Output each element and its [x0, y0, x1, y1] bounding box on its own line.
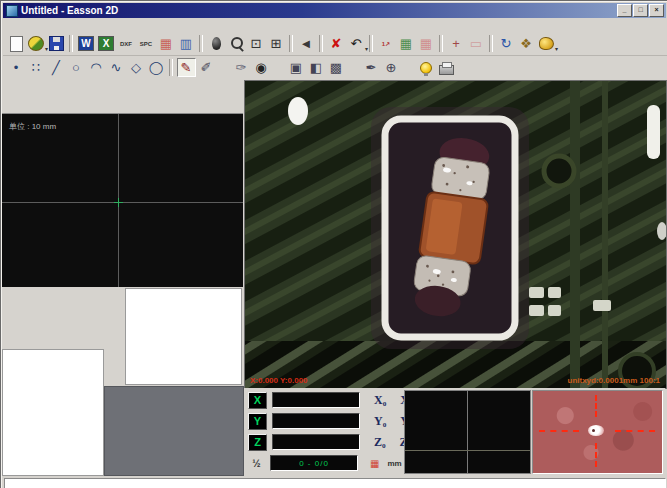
arc-tool[interactable]: ◠ [86, 58, 106, 78]
rotate-view-button[interactable]: ↻ [496, 34, 516, 54]
construct-tool[interactable] [55, 98, 72, 113]
camera-icon[interactable] [51, 288, 75, 308]
zoom-in-button[interactable] [226, 34, 246, 54]
construct-tool[interactable] [191, 82, 208, 97]
machine-setup-icon[interactable] [75, 288, 99, 308]
image-invert-button[interactable]: ◧ [306, 58, 326, 78]
axis-select-button[interactable]: Z [248, 434, 267, 451]
construct-tool[interactable] [157, 82, 174, 97]
axis-zero-button[interactable]: Y₀ [374, 414, 386, 429]
construct-tool[interactable] [174, 82, 191, 97]
cursor-mode-button[interactable] [206, 34, 226, 54]
half-function-button[interactable]: ½ [248, 456, 265, 471]
point-tool[interactable]: • [6, 58, 26, 78]
stage-overview-canvas[interactable] [404, 390, 531, 474]
measure-step-icon[interactable] [51, 308, 75, 328]
circle-tool[interactable]: ○ [66, 58, 86, 78]
construct-tool[interactable] [72, 98, 89, 113]
spline-tool[interactable]: ∿ [106, 58, 126, 78]
maximize-button[interactable]: □ [633, 4, 648, 17]
elements-list-panel[interactable] [2, 349, 104, 476]
grid-toggle-button[interactable]: ▦ [370, 458, 379, 469]
back-button[interactable]: ◄ [296, 34, 316, 54]
auto-number-button[interactable]: 1↗ [376, 34, 396, 54]
zoom-camera-canvas[interactable] [532, 390, 663, 474]
export-excel-button[interactable]: X [96, 34, 116, 54]
construct-tool[interactable] [174, 98, 191, 113]
export-word-button[interactable]: W [76, 34, 96, 54]
construct-tool[interactable] [4, 82, 21, 97]
marker-pen-tool[interactable]: ✑ [231, 58, 251, 78]
zoom-fit-button[interactable]: ⊡ [246, 34, 266, 54]
array-red-button[interactable]: ▦ [156, 34, 176, 54]
delta-tool-icon[interactable] [105, 364, 123, 383]
video-source-button[interactable]: ◉ [251, 58, 271, 78]
construct-tool[interactable] [38, 98, 55, 113]
delete-button[interactable]: ✘ [326, 34, 346, 54]
construct-tool[interactable] [21, 82, 38, 97]
construct-tool[interactable] [157, 98, 174, 113]
save-button[interactable] [46, 34, 66, 54]
probe-icon[interactable] [3, 328, 27, 348]
ellipse-tool[interactable]: ◯ [146, 58, 166, 78]
close-button[interactable]: × [649, 4, 664, 17]
construct-tool[interactable] [106, 98, 123, 113]
edge-pen-tool[interactable]: ✐ [196, 58, 216, 78]
grid-green-button[interactable]: ▦ [396, 34, 416, 54]
construct-tool[interactable] [55, 82, 72, 97]
export-spc-button[interactable]: SPC [136, 34, 156, 54]
construct-tool[interactable] [123, 98, 140, 113]
construct-tool[interactable] [89, 98, 106, 113]
camera-view-canvas[interactable]: X:0.000 Y:0.000 unitxyd:0.0001mm 100:1 [244, 80, 667, 389]
print-button[interactable] [436, 58, 456, 78]
construct-tool[interactable] [4, 98, 21, 113]
perpendicular-tool-icon[interactable] [105, 307, 123, 326]
stop-icon[interactable] [27, 308, 51, 328]
axis-select-button[interactable]: X [248, 392, 267, 409]
height-tool-icon[interactable] [105, 288, 123, 307]
undo-button[interactable]: ↶▾ [346, 34, 366, 54]
construct-tool[interactable] [208, 82, 225, 97]
run-program-icon[interactable] [3, 308, 27, 328]
unit-toggle-button[interactable]: mm [387, 459, 401, 468]
point-grid-tool[interactable]: ∷ [26, 58, 46, 78]
drop-point-tool-icon[interactable] [105, 345, 123, 364]
minimize-button[interactable]: _ [617, 4, 632, 17]
construct-tool[interactable] [123, 82, 140, 97]
report-blue-button[interactable]: ▥ [176, 34, 196, 54]
line-tool[interactable]: ╱ [46, 58, 66, 78]
program-notes-icon[interactable] [3, 288, 27, 308]
construct-tool[interactable] [89, 82, 106, 97]
construct-tool[interactable] [72, 82, 89, 97]
edge-detect-button[interactable]: ✒ [361, 58, 381, 78]
program-list-icon[interactable] [75, 308, 99, 328]
grid-pink-button[interactable]: ▦ [416, 34, 436, 54]
measurement-view-canvas[interactable]: 单位 : 10 mm [2, 113, 243, 287]
construct-tool[interactable] [140, 98, 157, 113]
ruler-icon[interactable] [51, 328, 75, 348]
capture-frame-button[interactable]: ▣ [286, 58, 306, 78]
construct-tool[interactable] [106, 82, 123, 97]
construct-tool[interactable] [21, 98, 38, 113]
open-file-button[interactable]: ▾ [26, 34, 46, 54]
title-bar[interactable]: Untitled - Easson 2D _ □ × [3, 3, 666, 18]
world-view-icon[interactable] [27, 288, 51, 308]
search-plus-button[interactable]: ⊕ [381, 58, 401, 78]
export-dxf-button[interactable]: DXF [116, 34, 136, 54]
axis-zero-button[interactable]: Z₀ [374, 435, 386, 450]
construct-tool[interactable] [225, 82, 242, 97]
angle-tool-icon[interactable] [105, 326, 123, 345]
construct-tool[interactable] [140, 82, 157, 97]
render-colors-button[interactable]: ❖ [516, 34, 536, 54]
image-grid-button[interactable]: ▩ [326, 58, 346, 78]
add-cross-button[interactable]: + [446, 34, 466, 54]
zoom-window-button[interactable]: ⊞ [266, 34, 286, 54]
construct-tool[interactable] [38, 82, 55, 97]
results-list-panel[interactable] [125, 288, 242, 385]
palette-button[interactable]: ▾ [536, 34, 556, 54]
measure-pen-tool[interactable]: ✎ [176, 58, 196, 78]
polygon-tool[interactable]: ◇ [126, 58, 146, 78]
z-axis-icon[interactable] [27, 328, 51, 348]
axis-zero-button[interactable]: X₀ [374, 393, 386, 408]
new-file-button[interactable] [6, 34, 26, 54]
